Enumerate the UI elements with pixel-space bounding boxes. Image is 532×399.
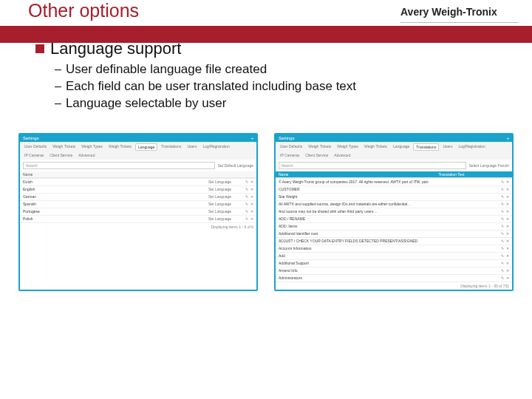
table-row[interactable]: © Avery Weigh-Tronix group of companies … <box>276 178 512 185</box>
delete-icon[interactable]: ✕ <box>250 216 253 221</box>
delete-icon[interactable]: ✕ <box>506 261 509 265</box>
screenshot-left: Settings+ User DefaultsWeigh TicketsWeig… <box>18 133 258 291</box>
tab-item[interactable]: User Defaults <box>278 143 304 151</box>
tab-item[interactable]: Weigh Tickets <box>362 143 389 151</box>
delete-icon[interactable]: ✕ <box>250 194 253 199</box>
table-header: Name <box>20 171 256 177</box>
table-row[interactable]: Account Information✎✕ <box>276 245 512 252</box>
tab-item[interactable]: Weigh Tickets <box>106 143 134 151</box>
tab-item[interactable]: Weigh Tickets <box>306 143 333 151</box>
tab-item[interactable]: Advanced <box>332 152 352 158</box>
table-row[interactable]: Add✎✕ <box>276 252 512 259</box>
table-row[interactable]: And source may not be shared with other … <box>276 208 512 215</box>
edit-icon[interactable]: ✎ <box>501 224 504 228</box>
plus-icon[interactable]: + <box>250 136 253 140</box>
table-row[interactable]: PortugeseSet Language✎✕ <box>20 208 256 215</box>
language-selector[interactable]: Set Default Language <box>218 163 253 168</box>
tab-item[interactable]: User Defaults <box>22 143 49 151</box>
table-row[interactable]: PolishSet Language✎✕ <box>20 215 256 222</box>
edit-icon[interactable]: ✎ <box>245 194 248 199</box>
edit-icon[interactable]: ✎ <box>245 202 248 206</box>
tab-item[interactable]: Client Service <box>303 152 330 158</box>
table-row[interactable]: ADD: Items✎✕ <box>276 222 512 230</box>
tab-item[interactable]: Users <box>440 143 454 151</box>
table-row[interactable]: ADJUST / CHECK YOUR DATA ENTRY FIELDS DE… <box>276 237 512 245</box>
edit-icon[interactable]: ✎ <box>501 261 504 265</box>
tab-item[interactable]: Users <box>185 143 199 151</box>
tab-item[interactable]: Log/Registration <box>200 143 231 151</box>
edit-icon[interactable]: ✎ <box>501 239 504 243</box>
table-row[interactable]: Additional Support✎✕ <box>276 259 512 267</box>
table-row[interactable]: GermanSet Language✎✕ <box>20 193 256 200</box>
edit-icon[interactable]: ✎ <box>245 209 248 214</box>
table-row[interactable]: SpanishSet Language✎✕ <box>20 200 256 208</box>
tab-item[interactable]: IP Cameras <box>278 152 301 158</box>
delete-icon[interactable]: ✕ <box>506 268 509 273</box>
delete-icon[interactable]: ✕ <box>506 231 509 236</box>
tab-item[interactable]: Language <box>135 143 157 151</box>
edit-icon[interactable]: ✎ <box>245 180 248 184</box>
tab-item[interactable]: Translations <box>159 143 183 151</box>
delete-icon[interactable]: ✕ <box>506 253 509 258</box>
tab-item[interactable]: IP Cameras <box>22 152 46 158</box>
window-titlebar: Settings+ <box>20 134 256 142</box>
table-row[interactable]: Site Weight✎✕ <box>276 193 512 200</box>
edit-icon[interactable]: ✎ <box>501 187 504 191</box>
search-input[interactable]: Search <box>279 162 466 169</box>
edit-icon[interactable]: ✎ <box>501 216 504 221</box>
list-item: –User definable language file created <box>55 61 517 78</box>
table-row[interactable]: CUSTOMER✎✕ <box>276 185 512 193</box>
delete-icon[interactable]: ✕ <box>250 180 253 184</box>
delete-icon[interactable]: ✕ <box>506 246 509 250</box>
bullet-list: –User definable language file created –E… <box>55 61 517 112</box>
edit-icon[interactable]: ✎ <box>501 180 504 184</box>
edit-icon[interactable]: ✎ <box>501 276 504 280</box>
brand-block: Avery Weigh-Tronix <box>400 6 519 23</box>
delete-icon[interactable]: ✕ <box>250 187 253 191</box>
delete-icon[interactable]: ✕ <box>506 224 509 228</box>
delete-icon[interactable]: ✕ <box>506 187 509 191</box>
plus-icon[interactable]: + <box>506 136 509 140</box>
delete-icon[interactable]: ✕ <box>506 216 509 221</box>
edit-icon[interactable]: ✎ <box>245 187 248 191</box>
table-row[interactable]: Administrators✎✕ <box>276 274 512 282</box>
tab-item[interactable]: Weigh Types <box>335 143 361 151</box>
delete-icon[interactable]: ✕ <box>506 276 509 280</box>
edit-icon[interactable]: ✎ <box>501 209 504 214</box>
tab-bar: User DefaultsWeigh TicketsWeigh TypesWei… <box>20 142 256 160</box>
table-row[interactable]: All AWTX and supplied source, design IDs… <box>276 200 512 208</box>
edit-icon[interactable]: ✎ <box>245 216 248 221</box>
delete-icon[interactable]: ✕ <box>250 202 253 206</box>
tab-item[interactable]: Client Service <box>47 152 75 158</box>
delete-icon[interactable]: ✕ <box>506 180 509 184</box>
search-input[interactable]: Search <box>23 162 215 169</box>
tab-item[interactable]: Translations <box>413 143 439 151</box>
delete-icon[interactable]: ✕ <box>506 209 509 214</box>
delete-icon[interactable]: ✕ <box>506 194 509 199</box>
delete-icon[interactable]: ✕ <box>506 239 509 243</box>
edit-icon[interactable]: ✎ <box>501 246 504 250</box>
tab-item[interactable]: Weigh Tickets <box>50 143 78 151</box>
page-title: Other options <box>28 0 139 21</box>
dash-icon: – <box>55 61 61 78</box>
table-row[interactable]: ADD / RENAME✎✕ <box>276 215 512 222</box>
tab-item[interactable]: Weigh Types <box>79 143 105 151</box>
table-row[interactable]: DutchSet Language✎✕ <box>20 178 256 185</box>
window-title: Settings <box>23 136 39 140</box>
tab-item[interactable]: Advanced <box>76 152 97 158</box>
edit-icon[interactable]: ✎ <box>501 202 504 206</box>
table-row[interactable]: EnglishSet Language✎✕ <box>20 185 256 193</box>
edit-icon[interactable]: ✎ <box>501 268 504 273</box>
tab-item[interactable]: Log/Registration <box>456 143 487 151</box>
edit-icon[interactable]: ✎ <box>501 253 504 258</box>
brand-underline <box>400 22 519 23</box>
delete-icon[interactable]: ✕ <box>506 202 509 206</box>
language-selector[interactable]: Select Language French <box>469 163 509 168</box>
table-row[interactable]: Additional Identifier cost✎✕ <box>276 230 512 237</box>
table-row[interactable]: Amend Info✎✕ <box>276 267 512 274</box>
edit-icon[interactable]: ✎ <box>501 231 504 236</box>
list-item: –Language selectable by user <box>55 95 517 112</box>
edit-icon[interactable]: ✎ <box>501 194 504 199</box>
tab-item[interactable]: Language <box>391 143 412 151</box>
delete-icon[interactable]: ✕ <box>250 209 253 214</box>
